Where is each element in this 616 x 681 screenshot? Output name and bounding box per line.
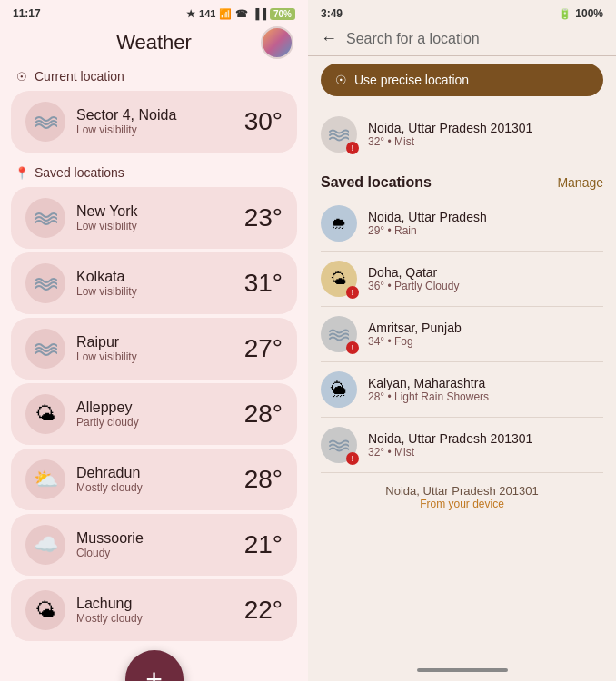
use-location-label: Use precise location xyxy=(354,73,469,87)
saved-location-info-5: Mussoorie Cloudy xyxy=(76,530,233,559)
saved-location-card-5[interactable]: ☁️ Mussoorie Cloudy 21° xyxy=(11,514,297,576)
right-icon-2: ! xyxy=(321,316,357,352)
right-condition-2: 34° • Fog xyxy=(368,335,603,348)
saved-weather-icon-1 xyxy=(25,263,65,303)
saved-location-card-2[interactable]: Raipur Low visibility 27° xyxy=(11,318,297,380)
use-precise-location-button[interactable]: ☉ Use precise location xyxy=(321,64,603,96)
right-list-item-0[interactable]: 🌧 Noida, Uttar Pradesh 29° • Rain xyxy=(321,196,603,252)
alert-badge-4: ! xyxy=(346,452,359,465)
alert-badge-1: ! xyxy=(346,286,359,299)
saved-section-header: Saved locations Manage xyxy=(308,169,616,196)
right-icon-4: ! xyxy=(321,427,357,463)
saved-location-card-4[interactable]: ⛅ Dehradun Mostly cloudy 28° xyxy=(11,449,297,510)
alert-badge: ! xyxy=(346,142,359,154)
saved-condition-2: Low visibility xyxy=(76,350,233,363)
right-condition-4: 32° • Mist xyxy=(368,446,603,459)
left-scroll[interactable]: ☉ Current location Sector 4, Noida Low v… xyxy=(0,64,308,681)
back-button[interactable]: ← xyxy=(321,29,337,48)
current-result-item[interactable]: ! Noida, Uttar Pradesh 201301 32° • Mist xyxy=(321,107,603,162)
right-condition-1: 36° • Partly Cloudy xyxy=(368,280,603,292)
battery-percent-right: 100% xyxy=(575,7,603,20)
right-city-0: Noida, Uttar Pradesh xyxy=(368,210,603,224)
saved-city-5: Mussoorie xyxy=(76,530,233,547)
device-source: From your device xyxy=(321,498,603,510)
saved-location-card-6[interactable]: 🌤 Lachung Mostly cloudy 22° xyxy=(11,579,297,641)
saved-temp-0: 23° xyxy=(244,203,283,232)
saved-location-info-2: Raipur Low visibility xyxy=(76,334,233,363)
saved-temp-5: 21° xyxy=(244,530,283,559)
location-icon: ☉ xyxy=(335,73,347,87)
plus-icon: + xyxy=(145,665,163,681)
status-icons-right: 🔋 100% xyxy=(559,7,603,20)
right-info-1: Doha, Qatar 36° • Partly Cloudy xyxy=(368,265,603,292)
gps-icon: ☉ xyxy=(15,69,29,84)
saved-weather-icon-4: ⛅ xyxy=(25,459,65,499)
saved-location-info-6: Lachung Mostly cloudy xyxy=(76,596,233,625)
current-location-label: ☉ Current location xyxy=(0,64,308,87)
device-city: Noida, Uttar Pradesh 201301 xyxy=(321,484,603,498)
saved-temp-4: 28° xyxy=(244,465,283,494)
saved-weather-icon-6: 🌤 xyxy=(25,590,65,630)
search-placeholder[interactable]: Search for a location xyxy=(346,31,480,47)
saved-locations-label: 📍 Saved locations xyxy=(0,160,308,183)
saved-weather-icon-5: ☁️ xyxy=(25,525,65,565)
saved-location-card-3[interactable]: 🌤 Alleppey Partly cloudy 28° xyxy=(11,383,297,445)
current-result-condition: 32° • Mist xyxy=(368,135,603,148)
saved-city-3: Alleppey xyxy=(76,400,233,416)
saved-location-info-1: Kolkata Low visibility xyxy=(76,269,233,298)
saved-city-2: Raipur xyxy=(76,334,233,350)
right-city-2: Amritsar, Punjab xyxy=(368,321,603,335)
current-location-card[interactable]: Sector 4, Noida Low visibility 30° xyxy=(11,91,297,153)
left-header: Weather xyxy=(0,24,308,64)
pin-icon: 📍 xyxy=(15,165,29,180)
saved-city-0: New York xyxy=(76,203,233,220)
saved-temp-3: 28° xyxy=(244,400,283,429)
saved-location-card-1[interactable]: Kolkata Low visibility 31° xyxy=(11,252,297,314)
home-indicator-right xyxy=(417,668,508,672)
right-list-item-1[interactable]: 🌤 ! Doha, Qatar 36° • Partly Cloudy xyxy=(321,252,603,307)
right-info-4: Noida, Uttar Pradesh 201301 32° • Mist xyxy=(368,431,603,459)
saved-city-6: Lachung xyxy=(76,596,233,612)
left-content: ☉ Current location Sector 4, Noida Low v… xyxy=(0,64,308,681)
saved-section-title: Saved locations xyxy=(321,174,432,191)
saved-weather-icon-3: 🌤 xyxy=(25,394,65,434)
current-city: Sector 4, Noida xyxy=(76,107,233,123)
right-icon-3: 🌦 xyxy=(321,371,357,408)
saved-city-1: Kolkata xyxy=(76,269,233,285)
status-icons-left: ★ 141 📶 ☎ ▐▐ 70% xyxy=(186,8,295,20)
right-icon-1: 🌤 ! xyxy=(321,261,357,297)
right-panel: 3:49 🔋 100% ← Search for a location ☉ Us… xyxy=(308,0,616,681)
right-list-item-3[interactable]: 🌦 Kalyan, Maharashtra 28° • Light Rain S… xyxy=(321,362,603,418)
saved-temp-1: 31° xyxy=(244,269,283,298)
right-list-item-2[interactable]: ! Amritsar, Punjab 34° • Fog xyxy=(321,307,603,362)
current-condition: Low visibility xyxy=(76,123,233,136)
right-city-3: Kalyan, Maharashtra xyxy=(368,376,603,390)
time-left: 11:17 xyxy=(13,7,41,20)
right-saved-list: 🌧 Noida, Uttar Pradesh 29° • Rain 🌤 ! Do… xyxy=(308,196,616,663)
right-list-item-4[interactable]: ! Noida, Uttar Pradesh 201301 32° • Mist xyxy=(321,418,603,473)
right-icon-0: 🌧 xyxy=(321,205,357,242)
call-icon: ☎ xyxy=(235,8,248,20)
current-result-icon: ! xyxy=(321,116,357,153)
saved-location-info-3: Alleppey Partly cloudy xyxy=(76,400,233,429)
saved-condition-5: Cloudy xyxy=(76,547,233,559)
right-city-1: Doha, Qatar xyxy=(368,265,603,280)
time-right: 3:49 xyxy=(321,7,343,20)
right-condition-3: 28° • Light Rain Showers xyxy=(368,390,603,403)
saved-weather-icon-0 xyxy=(25,198,65,238)
page-title: Weather xyxy=(116,31,192,54)
saved-condition-4: Mostly cloudy xyxy=(76,481,233,494)
avatar[interactable] xyxy=(261,26,293,59)
saved-location-card-0[interactable]: New York Low visibility 23° xyxy=(11,187,297,249)
status-bar-left: 11:17 ★ 141 📶 ☎ ▐▐ 70% xyxy=(0,0,308,24)
saved-condition-6: Mostly cloudy xyxy=(76,612,233,625)
manage-button[interactable]: Manage xyxy=(557,175,603,190)
wifi-icon: 📶 xyxy=(219,8,232,20)
saved-condition-0: Low visibility xyxy=(76,220,233,232)
saved-weather-icon-2 xyxy=(25,329,65,369)
right-info-2: Amritsar, Punjab 34° • Fog xyxy=(368,321,603,348)
battery-icon-right: 🔋 xyxy=(559,8,571,20)
right-info-0: Noida, Uttar Pradesh 29° • Rain xyxy=(368,210,603,237)
bottom-bar-right xyxy=(308,663,616,681)
search-bar: ← Search for a location xyxy=(308,24,616,56)
